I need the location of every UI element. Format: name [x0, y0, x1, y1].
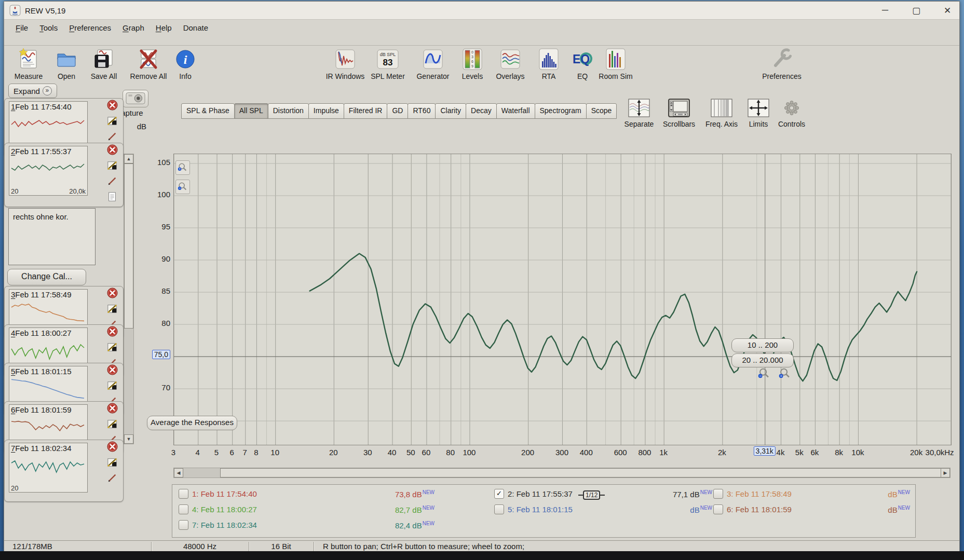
spl-plot-area[interactable] [173, 154, 952, 445]
vertical-scroll-thumb[interactable] [124, 163, 133, 329]
pencil-icon[interactable] [107, 473, 117, 485]
menu-help[interactable]: Help [156, 23, 172, 32]
status-cell-3: R button to pan; Ctrl+R button to measur… [323, 542, 524, 551]
tab-spectrogram[interactable]: Spectrogram [535, 103, 587, 119]
delete-measurement-icon[interactable] [107, 288, 118, 301]
measurement-notes-field[interactable]: rechts ohne kor. [8, 208, 96, 265]
tab-spl-phase[interactable]: SPL & Phase [181, 103, 235, 119]
tab-decay[interactable]: Decay [466, 103, 497, 119]
cal-edit-icon[interactable] [107, 419, 117, 431]
view-controls-button[interactable]: Controls [770, 97, 813, 128]
legend-checkbox-3[interactable] [713, 489, 723, 499]
tab-impulse[interactable]: Impulse [308, 103, 344, 119]
range-10-200-button[interactable]: 10 .. 200 [731, 338, 794, 352]
toolbar-spl-meter-button[interactable]: dB SPL83SPL Meter [364, 47, 412, 80]
menu-tools[interactable]: Tools [39, 23, 58, 32]
notes-icon[interactable] [107, 192, 117, 204]
x-tick-label: 5k [795, 448, 804, 457]
toolbar-ir-windows-button[interactable]: IR Windows [321, 47, 369, 80]
view-separate-button[interactable]: Separate [617, 97, 661, 128]
expand-label: Expand [13, 87, 40, 95]
tab-rt60[interactable]: RT60 [408, 103, 436, 119]
legend-checkbox-1[interactable] [179, 489, 188, 499]
zoom-out-y-icon[interactable]: − [175, 180, 190, 194]
legend-checkbox-2[interactable]: ✓ [494, 489, 504, 499]
horizontal-scroll-thumb[interactable] [220, 468, 942, 477]
cal-edit-icon[interactable] [107, 304, 117, 316]
thumb-xmax: 20,0k [69, 187, 86, 195]
tab-distortion[interactable]: Distortion [268, 103, 309, 119]
cal-edit-icon[interactable] [107, 116, 117, 128]
cal-edit-icon[interactable] [107, 380, 117, 393]
toolbar-info-button[interactable]: iInfo [161, 47, 209, 80]
menu-donate[interactable]: Donate [183, 23, 208, 32]
tab-waterfall[interactable]: Waterfall [496, 103, 535, 119]
average-responses-button[interactable]: Average the Responses [147, 416, 237, 430]
measurement-thumbnail[interactable]: 2Feb 11 17:55:372020,0k [9, 146, 88, 196]
zoom-in-icon[interactable]: + [777, 367, 790, 380]
change-cal-button[interactable]: Change Cal... [7, 269, 86, 285]
tab-filtered-ir[interactable]: Filtered IR [344, 103, 388, 119]
delete-measurement-icon[interactable] [107, 403, 118, 416]
menu-preferences[interactable]: Preferences [69, 23, 111, 32]
expand-button[interactable]: Expand » [8, 84, 57, 98]
svg-text:9: 9 [471, 64, 473, 68]
toolbar-label: Preferences [758, 72, 806, 80]
scroll-up-arrow[interactable]: ▲ [124, 154, 133, 163]
scroll-left-arrow[interactable]: ◀ [174, 468, 183, 477]
tab-clarity[interactable]: Clarity [435, 103, 466, 119]
legend-trace-level: dBNEW [624, 505, 712, 514]
measurement-item-2[interactable]: 2Feb 11 17:55:372020,0k [4, 143, 124, 207]
pencil-icon[interactable] [107, 131, 117, 144]
x-tick-label: 4k [777, 448, 785, 457]
legend-checkbox-5[interactable] [494, 504, 504, 514]
toolbar-save-all-button[interactable]: Save All [80, 47, 128, 80]
delete-measurement-icon[interactable] [107, 441, 118, 454]
cal-edit-icon[interactable] [107, 457, 117, 470]
delete-measurement-icon[interactable] [107, 144, 118, 157]
delete-measurement-icon[interactable] [107, 326, 118, 339]
titlebar[interactable]: REW V5,19 ─ ▢ ✕ [4, 2, 959, 20]
legend-trace-name: 4: Feb 11 18:00:27 [192, 505, 257, 514]
tab-scope[interactable]: Scope [586, 103, 617, 119]
measurement-thumbnail[interactable]: 7Feb 11 18:02:3420 [9, 443, 88, 493]
maximize-button[interactable]: ▢ [909, 5, 923, 16]
legend-trace-name: 2: Feb 11 17:55:37 [508, 489, 573, 498]
menu-graph[interactable]: Graph [123, 23, 144, 32]
capture-button[interactable] [123, 90, 148, 107]
save-all-icon [80, 47, 128, 72]
close-button[interactable]: ✕ [941, 5, 954, 16]
tab-gd[interactable]: GD [387, 103, 408, 119]
horizontal-scrollbar[interactable]: ◀ ▶ [173, 468, 951, 478]
legend-trace-level: 77,1 dBNEW [624, 489, 712, 499]
vertical-scrollbar[interactable]: ▲ ▼ [124, 154, 134, 444]
toolbar-preferences-button[interactable]: Preferences [758, 47, 806, 80]
minimize-button[interactable]: ─ [878, 5, 892, 16]
view-scrollbars-button[interactable]: Scrollbars [657, 97, 701, 128]
spl-chart[interactable] [174, 154, 951, 445]
delete-measurement-icon[interactable] [107, 100, 118, 113]
legend-checkbox-7[interactable] [179, 520, 188, 530]
legend-checkbox-4[interactable] [179, 504, 188, 514]
menu-file[interactable]: File [16, 23, 28, 32]
zoom-out-icon[interactable]: − [756, 367, 769, 380]
measurement-item-7[interactable]: 7Feb 11 18:02:3420 [4, 440, 124, 502]
smoothing-control[interactable]: 1/12 [578, 490, 605, 500]
svg-text:0: 0 [471, 50, 473, 54]
toolbar: MeasureOpenSave AllRemove AlliInfoIR Win… [4, 45, 959, 81]
legend-checkbox-6[interactable] [713, 504, 723, 514]
x-tick-label: 4 [196, 448, 200, 457]
scroll-right-arrow[interactable]: ▶ [941, 468, 950, 477]
range-20-20000-button[interactable]: 20 .. 20.000 [731, 353, 794, 367]
new-badge: NEW [700, 505, 712, 511]
thumb-xmin: 20 [11, 484, 18, 492]
room-sim-icon [592, 47, 640, 72]
tab-all-spl[interactable]: All SPL [234, 103, 268, 119]
toolbar-room-sim-button[interactable]: Room Sim [592, 47, 640, 80]
scroll-down-arrow[interactable]: ▼ [124, 434, 133, 444]
cal-edit-icon[interactable] [107, 160, 117, 173]
zoom-in-y-icon[interactable]: + [175, 160, 190, 175]
cal-edit-icon[interactable] [107, 342, 117, 354]
delete-measurement-icon[interactable] [107, 364, 118, 377]
pencil-icon[interactable] [107, 176, 117, 188]
